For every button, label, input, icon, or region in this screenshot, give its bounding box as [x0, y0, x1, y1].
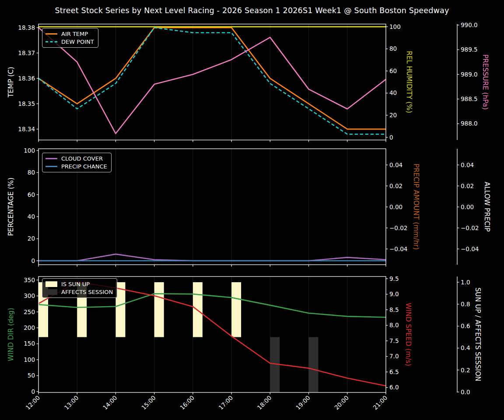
bar-is-sun-up [154, 282, 164, 337]
x-tick-label: 16:00 [178, 394, 196, 411]
y-tick-label: 100 [24, 147, 35, 154]
y-tick-label: 0.00 [461, 203, 474, 210]
y-tick-label: 18.35 [18, 100, 35, 107]
x-tick-label: 18:00 [256, 394, 273, 411]
legend-item-label: IS SUN UP [61, 281, 90, 287]
axis-title-temp: TEMP (C) [7, 67, 15, 98]
y-tick-label: 9.0 [389, 290, 399, 298]
y-tick-label: 0.02 [389, 182, 402, 189]
legend-line-sample [46, 166, 57, 167]
y-tick-label: 0 [31, 388, 35, 395]
y-tick-label: 100 [389, 23, 401, 30]
y-tick-label: 988.5 [461, 95, 478, 102]
y-tick-label: 60 [28, 191, 35, 198]
y-tick-label: 0.04 [389, 161, 402, 168]
axis-pct: 020406080100PERCENTAGE (%) [7, 147, 38, 264]
y-tick-label: 7.0 [389, 353, 399, 360]
y-tick-label: 0.6 [461, 322, 470, 329]
y-tick-label: 20 [389, 112, 397, 119]
axis-pressure: 988.0988.5989.0989.5990.0PRESSURE (hPa) [457, 21, 489, 140]
y-tick-label: 0.4 [461, 344, 470, 351]
y-tick-label: 18.37 [18, 49, 35, 56]
axis-wind_dir: 050100150200250300350WIND DIR (deg) [7, 276, 38, 395]
y-tick-label: 50 [28, 372, 35, 379]
bar-affects-session [309, 337, 318, 392]
legend-line-sample [46, 33, 57, 35]
legend-item-affects-session: AFFECTS SESSION [46, 289, 113, 295]
legend-item-is-sun-up: IS SUN UP [46, 281, 113, 287]
y-tick-label: 989.0 [461, 71, 478, 78]
legend-item-label: AFFECTS SESSION [61, 289, 113, 295]
legend-cloud-precip: CLOUD COVERPRECIP CHANCE [42, 153, 112, 172]
y-tick-label: 300 [24, 292, 35, 299]
y-tick-label: 20 [28, 235, 35, 242]
y-tick-label: 60 [389, 67, 397, 74]
x-tick-label: 20:00 [333, 394, 350, 411]
x-tick-label: 15:00 [140, 394, 157, 411]
axis-precip_amount: −0.04−0.020.000.020.04PRECIP AMOUNT (mm/… [386, 161, 420, 252]
chart-canvas: 18.3418.3518.3618.3718.38TEMP (C)0204060… [0, 0, 504, 420]
y-tick-label: 990.0 [461, 21, 478, 28]
y-tick-label: 8.0 [389, 322, 399, 329]
legend-item-cloud-cover: CLOUD COVER [46, 155, 107, 162]
legend-item-label: AIR TEMP [61, 31, 88, 37]
axis-title-wind_speed: WIND SPEED (m/s) [404, 303, 412, 366]
y-tick-label: 0.04 [461, 161, 474, 168]
y-tick-label: 6.5 [389, 368, 399, 375]
legend-patch-sample [46, 281, 57, 287]
y-tick-label: −0.04 [461, 245, 479, 252]
y-tick-label: 0.0 [461, 388, 470, 396]
y-tick-label: 80 [28, 169, 35, 176]
axis-sun: 0.00.20.40.60.81.0SUN UP / AFFECTS SESSI… [457, 276, 482, 396]
x-tick-label: 17:00 [217, 394, 234, 411]
y-tick-label: 6.0 [389, 384, 399, 391]
y-tick-label: 18.36 [18, 75, 35, 82]
y-tick-label: 0.2 [461, 367, 470, 374]
axis-title-precip_amount: PRECIP AMOUNT (mm/hr) [412, 164, 420, 250]
y-tick-label: 150 [24, 340, 35, 347]
y-tick-label: 0.00 [389, 203, 402, 210]
y-tick-label: −0.02 [461, 224, 479, 231]
legend-item-label: CLOUD COVER [61, 155, 103, 162]
y-tick-label: 100 [24, 356, 35, 363]
y-tick-label: 80 [389, 45, 397, 52]
x-tick-label: 14:00 [102, 394, 119, 411]
legend-item-label: DEW POINT [61, 38, 94, 45]
y-tick-label: 250 [24, 308, 35, 315]
x-tick-label: 12:00 [24, 394, 41, 411]
axis-title-humidity: REL HUMIDITY (%) [405, 51, 413, 113]
y-tick-label: 0 [31, 257, 35, 264]
axis-title-wind_dir: WIND DIR (deg) [7, 308, 15, 361]
y-tick-label: −0.04 [389, 245, 407, 252]
legend-temperature-humidity-pressure: AIR TEMPDEW POINT [42, 28, 98, 48]
y-tick-label: 350 [24, 276, 35, 284]
legend-item-precip-chance: PRECIP CHANCE [46, 163, 107, 170]
legend-line-sample [46, 158, 57, 159]
legend-patch-sample [46, 289, 57, 295]
y-tick-label: 40 [389, 89, 397, 96]
axis-humidity: 020406080100REL HUMIDITY (%) [386, 23, 413, 141]
y-tick-label: 18.38 [18, 24, 35, 31]
legend-item-dew-point: DEW POINT [46, 38, 94, 45]
axis-wind_speed: 6.06.57.07.58.08.59.09.5WIND SPEED (m/s) [386, 275, 412, 391]
y-tick-label: 0 [389, 134, 393, 141]
legend-item-label: PRECIP CHANCE [61, 163, 107, 170]
axis-allow_precip: −0.04−0.020.000.020.04ALLOW PRECIP [457, 149, 491, 265]
y-tick-label: 988.0 [461, 120, 478, 127]
bar-is-sun-up [231, 282, 241, 337]
x-tick-label: 21:00 [371, 394, 388, 411]
axis-temp: 18.3418.3518.3618.3718.38TEMP (C) [7, 24, 38, 133]
y-tick-label: −0.02 [389, 224, 407, 231]
y-tick-label: 1.0 [461, 279, 470, 286]
series-line-cloud-cover [38, 254, 386, 261]
x-tick-label: 13:00 [63, 394, 80, 411]
axis-title-pct: PERCENTAGE (%) [7, 178, 15, 236]
legend-item-air-temp: AIR TEMP [46, 31, 94, 37]
y-tick-label: 0.02 [461, 182, 474, 189]
weather-forecast-figure: Street Stock Series by Next Level Racing… [0, 0, 504, 420]
y-tick-label: 989.5 [461, 46, 478, 53]
legend-dashed-sample [46, 41, 57, 42]
y-tick-label: 9.5 [389, 275, 399, 282]
y-tick-label: 8.5 [389, 306, 399, 313]
y-tick-label: 7.5 [389, 337, 399, 344]
